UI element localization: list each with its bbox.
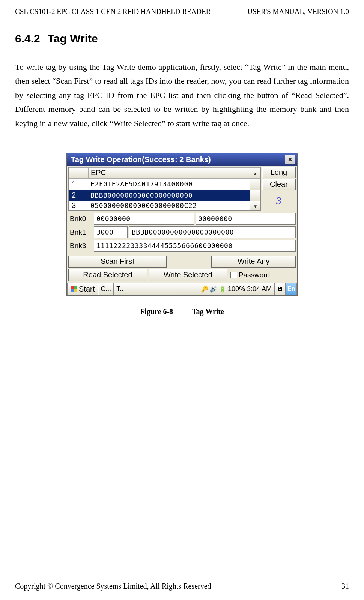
bnk3-field[interactable]: 11112222333344445555666600000000 bbox=[94, 240, 296, 252]
clear-button[interactable]: Clear bbox=[262, 179, 296, 190]
tag-write-window: Tag Write Operation(Success: 2 Banks) × … bbox=[66, 153, 298, 296]
desktop-icon: 🖥 bbox=[277, 286, 283, 292]
tag-count: 3 bbox=[262, 191, 296, 211]
network-icon: 🔑 bbox=[201, 286, 208, 293]
write-selected-button[interactable]: Write Selected bbox=[149, 269, 227, 281]
page-footer: Copyright © Convergence Systems Limited,… bbox=[15, 582, 349, 591]
header-right: USER'S MANUAL, VERSION 1.0 bbox=[247, 8, 349, 16]
close-icon: × bbox=[288, 156, 292, 164]
ime-button[interactable]: En bbox=[286, 283, 297, 295]
row-epc: 0500000000000000000000C22 bbox=[88, 201, 250, 210]
volume-icon: 🔊 bbox=[210, 286, 217, 293]
bnk1-field-a[interactable]: 3000 bbox=[94, 226, 128, 238]
epc-list[interactable]: EPC 1 E2F01E2AF5D4017913400000 2 BBBB000… bbox=[68, 167, 261, 211]
scrollbar-track[interactable] bbox=[250, 190, 260, 201]
bnk0-field-a[interactable]: 00000000 bbox=[94, 213, 194, 225]
scan-first-button[interactable]: Scan First bbox=[68, 256, 167, 268]
show-desktop-button[interactable]: 🖥 bbox=[274, 283, 286, 295]
close-button[interactable]: × bbox=[285, 155, 295, 164]
page-number: 31 bbox=[341, 582, 349, 591]
figure-caption: Figure 6-8Tag Write bbox=[140, 307, 224, 316]
row-epc: E2F01E2AF5D4017913400000 bbox=[88, 179, 250, 190]
read-selected-button[interactable]: Read Selected bbox=[68, 269, 147, 281]
section-number: 6.4.2 bbox=[15, 32, 40, 45]
bnk1-label: Bnk1 bbox=[68, 228, 92, 236]
window-titlebar: Tag Write Operation(Success: 2 Banks) × bbox=[67, 153, 297, 166]
row-index: 1 bbox=[69, 179, 88, 190]
scroll-down-button[interactable] bbox=[250, 201, 260, 210]
row-index: 3 bbox=[69, 201, 88, 210]
long-button[interactable]: Long bbox=[262, 167, 296, 178]
scrollbar-track[interactable] bbox=[250, 179, 260, 190]
system-tray[interactable]: 🔑 🔊 🔋 100% 3:04 AM bbox=[126, 283, 274, 295]
table-row[interactable]: 1 E2F01E2AF5D4017913400000 bbox=[69, 179, 260, 190]
taskbar-app-2[interactable]: T.. bbox=[114, 283, 126, 295]
scroll-up-button[interactable] bbox=[250, 167, 260, 179]
table-row[interactable]: 2 BBBB00000000000000000000 bbox=[69, 190, 260, 201]
windows-logo-icon bbox=[71, 286, 77, 292]
section-title-text: Tag Write bbox=[48, 32, 98, 45]
battery-time-text: 100% 3:04 AM bbox=[228, 285, 272, 293]
header-left: CSL CS101-2 EPC CLASS 1 GEN 2 RFID HANDH… bbox=[15, 8, 211, 16]
row-epc: BBBB00000000000000000000 bbox=[88, 190, 250, 201]
col-header-index bbox=[69, 167, 88, 179]
figure-title: Tag Write bbox=[192, 307, 224, 316]
section-heading: 6.4.2Tag Write bbox=[15, 32, 349, 45]
bnk3-label: Bnk3 bbox=[68, 242, 92, 250]
chevron-up-icon bbox=[253, 168, 257, 177]
password-label: Password bbox=[239, 271, 270, 279]
taskbar: Start C... T.. 🔑 🔊 🔋 100% 3:04 AM 🖥 En bbox=[67, 283, 297, 295]
table-row[interactable]: 3 0500000000000000000000C22 bbox=[69, 201, 260, 210]
password-checkbox[interactable] bbox=[230, 272, 237, 278]
chevron-down-icon bbox=[253, 201, 258, 210]
write-any-button[interactable]: Write Any bbox=[211, 256, 296, 268]
bnk0-label: Bnk0 bbox=[68, 215, 92, 223]
body-paragraph: To write tag by using the Tag Write demo… bbox=[15, 60, 349, 130]
bnk0-field-b[interactable]: 00000000 bbox=[196, 213, 296, 225]
figure-label: Figure 6-8 bbox=[140, 307, 173, 316]
battery-icon: 🔋 bbox=[219, 286, 226, 293]
taskbar-app-1[interactable]: C... bbox=[98, 283, 114, 295]
page-header: CSL CS101-2 EPC CLASS 1 GEN 2 RFID HANDH… bbox=[15, 8, 349, 17]
start-button[interactable]: Start bbox=[67, 283, 98, 295]
col-header-epc[interactable]: EPC bbox=[88, 167, 250, 179]
bnk1-field-b[interactable]: BBBB00000000000000000000 bbox=[129, 226, 296, 238]
copyright-text: Copyright © Convergence Systems Limited,… bbox=[15, 582, 211, 591]
window-title: Tag Write Operation(Success: 2 Banks) bbox=[71, 155, 285, 164]
row-index: 2 bbox=[69, 190, 88, 201]
